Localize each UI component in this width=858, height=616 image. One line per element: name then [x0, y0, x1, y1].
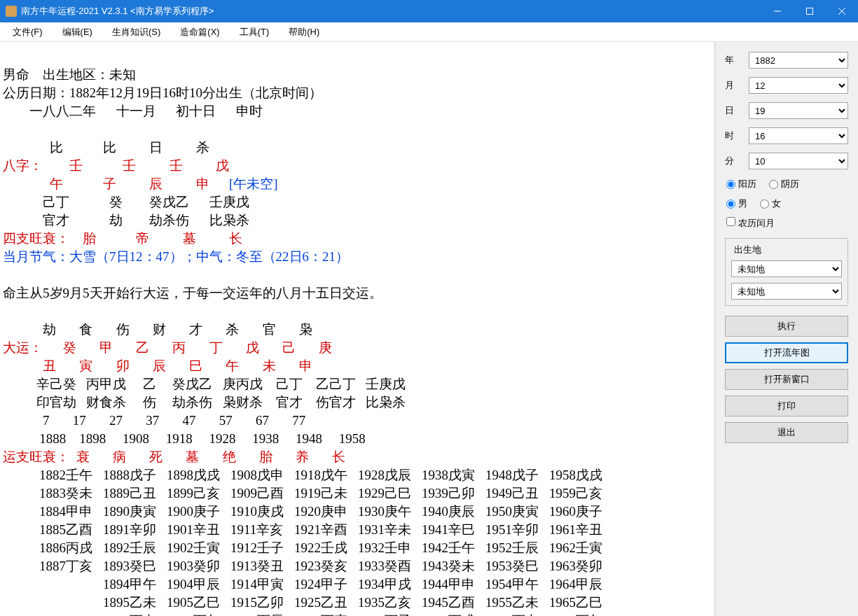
year-cell: 1924甲子 — [294, 575, 358, 594]
year-field-row: 年 1882 — [725, 52, 848, 69]
bazi-stems: 壬 壬 壬 戊 — [43, 158, 229, 173]
year-cell: 1884甲申 — [39, 503, 103, 521]
year-cell: 1883癸未 — [39, 484, 103, 503]
menu-create[interactable]: 造命篇(X) — [170, 23, 229, 41]
menu-tools[interactable]: 工具(T) — [230, 23, 279, 41]
female-radio[interactable]: 女 — [760, 197, 781, 210]
content-scroll[interactable]: 男命 出生地区：未知 公历日期：1882年12月19日16时10分出生（北京时间… — [0, 42, 714, 616]
year-cell — [39, 612, 103, 616]
menu-help[interactable]: 帮助(H) — [279, 23, 329, 41]
hour-select[interactable]: 16 — [749, 127, 848, 144]
sidebar: 年 1882 月 12 日 19 时 16 分 10 阳历 阴历 — [714, 42, 858, 616]
year-cell: 1950庚寅 — [485, 503, 549, 521]
jieqi-label: 当月节气： — [3, 249, 69, 264]
year-cell: 1960庚子 — [549, 503, 613, 521]
year-cell: 1932壬申 — [358, 539, 422, 557]
year-cell: 1955乙未 — [485, 594, 549, 612]
birthplace-select-2[interactable]: 未知地 — [731, 283, 842, 300]
year-cell: 1920庚申 — [294, 503, 358, 521]
year-cell: 1961辛丑 — [549, 521, 613, 539]
birthplace-select-1[interactable]: 未知地 — [731, 260, 842, 277]
male-radio[interactable]: 男 — [726, 197, 747, 210]
month-label: 月 — [725, 79, 749, 92]
year-select[interactable]: 1882 — [749, 52, 848, 69]
year-cell: 1941辛巳 — [422, 521, 485, 539]
liunian-grid: 1882壬午1888戊子1898戊戌1908戊申1918戊午1928戊辰1938… — [3, 466, 712, 616]
year-cell: 1919己未 — [294, 484, 358, 503]
year-cell: 1956丙申 — [485, 612, 549, 616]
dayun-hidden1: 辛己癸 丙甲戊 乙 癸戊乙 庚丙戊 己丁 乙己丁 壬庚戊 — [3, 377, 406, 391]
day-label: 日 — [725, 104, 749, 117]
dayun-start: 命主从5岁9月5天开始行大运，于每一交运年的八月十五日交运。 — [3, 286, 382, 300]
birthplace-fieldset: 出生地 未知地 未知地 — [725, 238, 848, 306]
menu-zodiac[interactable]: 生肖知识(S) — [102, 23, 170, 41]
year-cell: 1898戊戌 — [167, 466, 230, 484]
year-cell: 1888戊子 — [103, 466, 167, 484]
year-cell: 1885乙酉 — [39, 521, 103, 539]
year-cell: 1882壬午 — [39, 466, 103, 484]
exit-button[interactable]: 退出 — [725, 422, 848, 443]
year-cell: 1948戊子 — [485, 466, 549, 484]
year-cell: 1895乙未 — [103, 594, 167, 612]
year-cell: 1930庚午 — [358, 503, 422, 521]
window-controls — [761, 0, 858, 22]
gender-row: 男 女 — [725, 197, 848, 210]
year-cell: 1892壬辰 — [103, 539, 167, 557]
year-cell: 1931辛未 — [358, 521, 422, 539]
year-cell: 1962壬寅 — [549, 539, 613, 557]
menubar: 文件(F) 编辑(E) 生肖知识(S) 造命篇(X) 工具(T) 帮助(H) — [0, 22, 858, 42]
solar-date: 公历日期：1882年12月19日16时10分出生（北京时间） — [3, 85, 322, 100]
lunar-radio[interactable]: 阴历 — [769, 178, 799, 190]
hour-label: 时 — [725, 130, 749, 142]
year-cell: 1915乙卯 — [230, 594, 294, 612]
year-cell — [39, 594, 103, 612]
yunzhi-values: 衰 病 死 墓 绝 胎 养 长 — [69, 449, 345, 464]
dayun-label: 大运： — [3, 340, 43, 355]
dayun-years: 1888 1898 1908 1918 1928 1938 1948 1958 — [3, 431, 366, 446]
month-select[interactable]: 12 — [749, 77, 848, 94]
maximize-button[interactable] — [794, 0, 826, 22]
open-new-window-button[interactable]: 打开新窗口 — [725, 369, 848, 390]
content-area: 男命 出生地区：未知 公历日期：1882年12月19日16时10分出生（北京时间… — [0, 42, 714, 616]
year-cell: 1893癸巳 — [103, 557, 167, 575]
year-cell: 1916丙辰 — [230, 612, 294, 616]
close-button[interactable] — [826, 0, 858, 22]
menu-edit[interactable]: 编辑(E) — [53, 23, 102, 41]
open-flow-chart-button[interactable]: 打开流年图 — [725, 342, 848, 363]
year-cell: 1911辛亥 — [230, 521, 294, 539]
year-cell: 1908戊申 — [230, 466, 294, 484]
year-cell: 1966丙午 — [549, 612, 613, 616]
year-cell: 1952壬辰 — [485, 539, 549, 557]
year-cell: 1946丙戌 — [422, 612, 485, 616]
app-window: 南方牛年运程-2021 V2.3.1 <南方易学系列程序> 文件(F) 编辑(E… — [0, 0, 858, 616]
year-cell: 1900庚子 — [167, 503, 230, 521]
year-cell: 1965乙巳 — [549, 594, 613, 612]
sizhi-values: 胎 帝 墓 长 — [69, 231, 242, 246]
minute-field-row: 分 10 — [725, 153, 848, 169]
leap-month-checkbox[interactable]: 农历闰月 — [726, 217, 775, 230]
solar-radio[interactable]: 阳历 — [726, 178, 756, 190]
bazi-label: 八字： — [3, 158, 43, 173]
year-cell: 1912壬子 — [230, 539, 294, 557]
year-cell: 1902壬寅 — [167, 539, 230, 557]
minute-select[interactable]: 10 — [749, 153, 848, 169]
minimize-button[interactable] — [761, 0, 794, 22]
leap-month-row: 农历闰月 — [726, 217, 848, 230]
year-label: 年 — [725, 54, 749, 66]
year-cell: 1944甲申 — [422, 575, 485, 594]
dayun-ages: 7 17 27 37 47 57 67 77 — [3, 413, 305, 428]
titlebar: 南方牛年运程-2021 V2.3.1 <南方易学系列程序> — [0, 0, 858, 22]
bazi-branches: 午 子 辰 申 — [3, 176, 209, 191]
year-cell: 1922壬戌 — [294, 539, 358, 557]
year-cell: 1928戊辰 — [358, 466, 422, 484]
year-cell: 1939己卯 — [422, 484, 485, 503]
day-select[interactable]: 19 — [749, 102, 848, 119]
menu-file[interactable]: 文件(F) — [3, 23, 53, 41]
year-cell: 1949己丑 — [485, 484, 549, 503]
dayun-stems: 癸 甲 乙 丙 丁 戊 己 庚 — [43, 340, 332, 355]
dayun-hidden2: 印官劫 财食杀 伤 劫杀伤 枭财杀 官才 伤官才 比枭杀 — [3, 395, 406, 410]
execute-button[interactable]: 执行 — [725, 316, 848, 337]
print-button[interactable]: 打印 — [725, 396, 848, 416]
year-cell: 1909己酉 — [230, 484, 294, 503]
year-cell: 1925乙丑 — [294, 594, 358, 612]
